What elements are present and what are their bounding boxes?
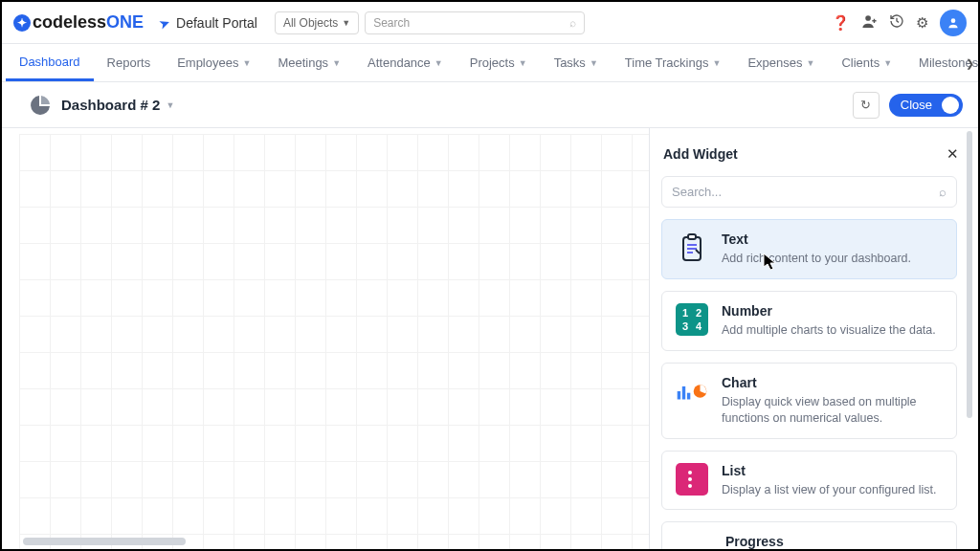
- chevron-down-icon: ▼: [342, 18, 350, 28]
- widget-card-progress[interactable]: Progress Visualize the sum or count of a…: [661, 521, 957, 549]
- refresh-button[interactable]: ↻: [853, 92, 880, 119]
- page-title[interactable]: Dashboard # 2 ▼: [61, 97, 174, 113]
- chevron-down-icon: ▼: [712, 58, 721, 68]
- widget-desc: Display quick view based on multiple fun…: [722, 394, 943, 427]
- nav-reports[interactable]: Reports: [94, 44, 165, 81]
- canvas-grid: [19, 134, 649, 549]
- widget-card-number[interactable]: 1234 Number Add multiple charts to visua…: [661, 291, 957, 351]
- widget-desc: Display a list view of your configured l…: [722, 482, 936, 498]
- number-grid-icon: 1234: [676, 303, 708, 336]
- svg-rect-7: [678, 391, 680, 400]
- app-header: ✦ codelessONE ➤ Default Portal All Objec…: [2, 2, 978, 44]
- chevron-down-icon: ▼: [590, 58, 598, 68]
- add-widget-panel: Add Widget ✕ Search... ⌕ Text Add rich c…: [649, 128, 978, 549]
- chevron-down-icon: ▼: [883, 58, 892, 68]
- chevron-down-icon: ▼: [242, 58, 251, 68]
- close-label: Close: [901, 98, 932, 112]
- panel-header: Add Widget ✕: [650, 132, 972, 172]
- nav-time-trackings[interactable]: Time Trackings▼: [612, 44, 735, 81]
- history-icon[interactable]: [889, 13, 904, 32]
- chevron-down-icon: ▼: [806, 58, 814, 68]
- svg-rect-9: [687, 392, 690, 399]
- portal-selector[interactable]: ➤ Default Portal: [159, 15, 257, 31]
- page-header: Dashboard # 2 ▼ ↻ Close: [2, 82, 978, 128]
- widget-title: Text: [722, 231, 911, 247]
- nav-clients[interactable]: Clients▼: [828, 44, 905, 81]
- svg-point-0: [865, 15, 871, 21]
- svg-point-1: [951, 18, 956, 23]
- widget-card-list[interactable]: List Display a list view of your configu…: [661, 451, 957, 511]
- object-filter-select[interactable]: All Objects ▼: [275, 11, 359, 34]
- main-nav: Dashboard Reports Employees▼ Meetings▼ A…: [2, 44, 978, 82]
- logo-text-accent: ONE: [106, 12, 144, 33]
- dashboard-canvas[interactable]: [2, 128, 649, 549]
- widget-title: Chart: [722, 375, 943, 390]
- portal-label: Default Portal: [176, 15, 257, 31]
- gear-icon[interactable]: ⚙: [916, 14, 928, 32]
- help-icon[interactable]: ❓: [832, 14, 850, 32]
- chevron-down-icon: ▼: [519, 58, 527, 68]
- svg-rect-3: [688, 234, 696, 239]
- nav-meetings[interactable]: Meetings▼: [264, 44, 354, 81]
- object-filter-label: All Objects: [283, 16, 338, 30]
- nav-expenses[interactable]: Expenses▼: [734, 44, 828, 81]
- refresh-icon: ↻: [860, 98, 871, 112]
- send-icon: ➤: [157, 13, 173, 32]
- toggle-knob: [942, 97, 959, 114]
- nav-scroll-right-icon[interactable]: ❯: [966, 56, 974, 69]
- widget-title: Progress: [725, 534, 943, 549]
- chevron-down-icon: ▼: [434, 58, 443, 68]
- chart-icon: [676, 375, 708, 408]
- logo-icon: ✦: [13, 14, 31, 32]
- chevron-down-icon: ▼: [332, 58, 341, 68]
- widget-title: Number: [722, 303, 936, 319]
- nav-tasks[interactable]: Tasks▼: [541, 44, 612, 81]
- app-logo[interactable]: ✦ codelessONE: [13, 12, 144, 33]
- nav-dashboard[interactable]: Dashboard: [6, 44, 94, 81]
- search-icon: ⌕: [939, 185, 947, 199]
- chevron-down-icon: ▼: [166, 100, 174, 110]
- nav-employees[interactable]: Employees▼: [164, 44, 264, 81]
- global-search-input[interactable]: Search ⌕: [365, 11, 585, 34]
- search-icon: ⌕: [569, 16, 576, 30]
- panel-search-input[interactable]: Search... ⌕: [661, 176, 957, 208]
- nav-attendance[interactable]: Attendance▼: [354, 44, 457, 81]
- widget-title: List: [722, 463, 936, 478]
- widget-card-text[interactable]: Text Add rich content to your dashboard.: [661, 219, 957, 279]
- widget-card-chart[interactable]: Chart Display quick view based on multip…: [661, 363, 957, 439]
- panel-title: Add Widget: [663, 146, 738, 162]
- clipboard-icon: [676, 231, 708, 264]
- panel-search-placeholder: Search...: [672, 185, 722, 199]
- list-icon: [676, 463, 708, 496]
- header-actions: ❓ ⚙: [832, 10, 967, 36]
- panel-scrollbar[interactable]: [967, 131, 972, 418]
- add-user-icon[interactable]: [861, 13, 878, 33]
- widget-desc: Add multiple charts to visualize the dat…: [722, 322, 936, 339]
- main-area: Add Widget ✕ Search... ⌕ Text Add rich c…: [2, 128, 978, 549]
- horizontal-scrollbar[interactable]: [23, 538, 186, 545]
- logo-text-plain: codeless: [33, 12, 106, 33]
- progress-bar-icon: [676, 534, 712, 549]
- svg-rect-8: [682, 386, 685, 400]
- user-avatar[interactable]: [940, 10, 967, 36]
- nav-projects[interactable]: Projects▼: [457, 44, 541, 81]
- search-placeholder: Search: [373, 16, 410, 30]
- widget-desc: Add rich content to your dashboard.: [722, 251, 911, 267]
- close-icon[interactable]: ✕: [947, 145, 959, 163]
- pie-chart-icon: [29, 94, 52, 117]
- close-toggle-button[interactable]: Close: [889, 94, 963, 117]
